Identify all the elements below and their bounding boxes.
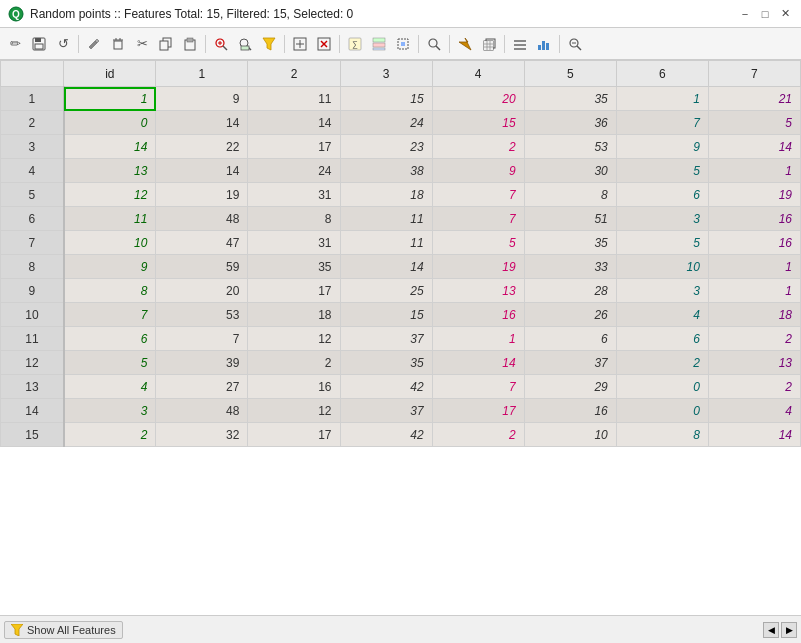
cell-1[interactable]: 22 [156, 135, 248, 159]
cell-6[interactable]: 8 [616, 423, 708, 447]
table-row[interactable]: 116712371662 [1, 327, 801, 351]
cell-5[interactable]: 26 [524, 303, 616, 327]
attribute-table[interactable]: id 1 2 3 4 5 6 7 11911152035121201414241… [0, 60, 801, 615]
cell-7[interactable]: 16 [708, 207, 800, 231]
actions-button[interactable] [454, 33, 476, 55]
pan-selected-button[interactable] [234, 33, 256, 55]
col-header-4[interactable]: 4 [432, 61, 524, 87]
cell-1[interactable]: 19 [156, 183, 248, 207]
cell-2[interactable]: 17 [248, 423, 340, 447]
paste-button[interactable] [179, 33, 201, 55]
cell-4[interactable]: 7 [432, 183, 524, 207]
organize-columns-button[interactable] [509, 33, 531, 55]
cell-4[interactable]: 1 [432, 327, 524, 351]
col-header-5[interactable]: 5 [524, 61, 616, 87]
table-row[interactable]: 51219311878619 [1, 183, 801, 207]
cell-4[interactable]: 5 [432, 231, 524, 255]
cell-id[interactable]: 5 [64, 351, 156, 375]
cell-3[interactable]: 37 [340, 327, 432, 351]
cell-4[interactable]: 19 [432, 255, 524, 279]
cell-4[interactable]: 13 [432, 279, 524, 303]
conditional-format-button[interactable] [368, 33, 390, 55]
cell-5[interactable]: 28 [524, 279, 616, 303]
cell-6[interactable]: 0 [616, 375, 708, 399]
cell-3[interactable]: 11 [340, 231, 432, 255]
cell-7[interactable]: 1 [708, 279, 800, 303]
field-calc-button[interactable]: ∑ [344, 33, 366, 55]
cell-6[interactable]: 5 [616, 231, 708, 255]
cell-2[interactable]: 24 [248, 159, 340, 183]
cell-1[interactable]: 39 [156, 351, 248, 375]
cell-2[interactable]: 18 [248, 303, 340, 327]
table-row[interactable]: 11911152035121 [1, 87, 801, 111]
cell-6[interactable]: 2 [616, 351, 708, 375]
table-row[interactable]: 98201725132831 [1, 279, 801, 303]
cell-4[interactable]: 20 [432, 87, 524, 111]
col-header-3[interactable]: 3 [340, 61, 432, 87]
cell-5[interactable]: 53 [524, 135, 616, 159]
cell-id[interactable]: 14 [64, 135, 156, 159]
table-row[interactable]: 1075318151626418 [1, 303, 801, 327]
delete-button[interactable] [107, 33, 129, 55]
col-header-7[interactable]: 7 [708, 61, 800, 87]
cell-6[interactable]: 5 [616, 159, 708, 183]
cell-5[interactable]: 16 [524, 399, 616, 423]
cell-2[interactable]: 12 [248, 327, 340, 351]
cell-2[interactable]: 17 [248, 279, 340, 303]
table-row[interactable]: 13427164272902 [1, 375, 801, 399]
cell-3[interactable]: 18 [340, 183, 432, 207]
cell-7[interactable]: 13 [708, 351, 800, 375]
cell-4[interactable]: 14 [432, 351, 524, 375]
cell-id[interactable]: 3 [64, 399, 156, 423]
cell-2[interactable]: 8 [248, 207, 340, 231]
close-button[interactable]: ✕ [777, 6, 793, 22]
cell-5[interactable]: 35 [524, 87, 616, 111]
cell-id[interactable]: 9 [64, 255, 156, 279]
cell-5[interactable]: 35 [524, 231, 616, 255]
delete-column-button[interactable] [313, 33, 335, 55]
zoom-selected-button[interactable] [210, 33, 232, 55]
cell-6[interactable]: 3 [616, 279, 708, 303]
maximize-button[interactable]: □ [757, 6, 773, 22]
cell-6[interactable]: 7 [616, 111, 708, 135]
table-row[interactable]: 895935141933101 [1, 255, 801, 279]
table-row[interactable]: 143481237171604 [1, 399, 801, 423]
cell-1[interactable]: 7 [156, 327, 248, 351]
cell-4[interactable]: 2 [432, 135, 524, 159]
cell-4[interactable]: 16 [432, 303, 524, 327]
cell-id[interactable]: 7 [64, 303, 156, 327]
cell-1[interactable]: 27 [156, 375, 248, 399]
cell-1[interactable]: 14 [156, 159, 248, 183]
cell-6[interactable]: 4 [616, 303, 708, 327]
show-all-features-button[interactable]: Show All Features [4, 621, 123, 639]
cell-6[interactable]: 1 [616, 87, 708, 111]
select-features-button[interactable] [392, 33, 414, 55]
cell-1[interactable]: 48 [156, 207, 248, 231]
cell-7[interactable]: 19 [708, 183, 800, 207]
cell-6[interactable]: 9 [616, 135, 708, 159]
cell-4[interactable]: 7 [432, 375, 524, 399]
cell-id[interactable]: 6 [64, 327, 156, 351]
statistics-button[interactable] [533, 33, 555, 55]
col-header-1[interactable]: 1 [156, 61, 248, 87]
table-row[interactable]: 61148811751316 [1, 207, 801, 231]
cell-2[interactable]: 14 [248, 111, 340, 135]
cell-4[interactable]: 15 [432, 111, 524, 135]
cell-2[interactable]: 35 [248, 255, 340, 279]
cell-id[interactable]: 8 [64, 279, 156, 303]
cell-5[interactable]: 10 [524, 423, 616, 447]
cell-3[interactable]: 23 [340, 135, 432, 159]
minimize-button[interactable]: − [737, 6, 753, 22]
cell-3[interactable]: 42 [340, 375, 432, 399]
new-column-button[interactable] [289, 33, 311, 55]
cell-4[interactable]: 7 [432, 207, 524, 231]
table-row[interactable]: 20141424153675 [1, 111, 801, 135]
cell-7[interactable]: 2 [708, 375, 800, 399]
cell-2[interactable]: 11 [248, 87, 340, 111]
cell-id[interactable]: 2 [64, 423, 156, 447]
cell-6[interactable]: 0 [616, 399, 708, 423]
cut-button[interactable]: ✂ [131, 33, 153, 55]
cell-1[interactable]: 47 [156, 231, 248, 255]
cell-id[interactable]: 13 [64, 159, 156, 183]
cell-3[interactable]: 14 [340, 255, 432, 279]
